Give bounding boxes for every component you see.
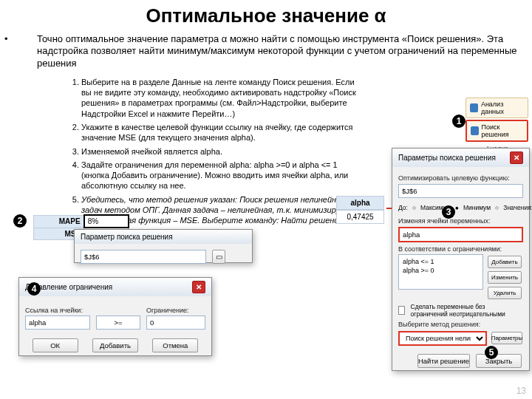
solver-dialog: Параметры поиска решения✕ Оптимизировать… — [392, 148, 530, 371]
step-2: Укажите в качестве целевой функции ссылк… — [81, 122, 362, 143]
solver-params-button[interactable]: Параметры — [491, 332, 522, 344]
solver-objective-label: Оптимизировать целевую функцию: — [398, 174, 523, 182]
opt-max-radio[interactable]: ○ — [412, 204, 416, 211]
ribbon-solver-button[interactable]: Поиск решения — [466, 120, 528, 142]
add-button[interactable]: Добавить — [92, 338, 138, 352]
solver-method-label: Выберите метод решения: — [398, 321, 523, 328]
solver-vars-label: Изменяя ячейки переменных: — [398, 217, 523, 225]
callout-marker-5: 5 — [485, 346, 498, 359]
ok-button[interactable]: ОК — [33, 338, 78, 352]
collapse-icon[interactable]: ▭ — [212, 250, 225, 264]
callout-marker-4: 4 — [27, 282, 41, 296]
step-4: Задайте ограничения для переменной alpha… — [81, 160, 362, 191]
cancel-button[interactable]: Отмена — [152, 338, 198, 352]
constraint-ref-label: Ссылка на ячейки: — [25, 307, 90, 314]
constraint-comparator-select[interactable]: >= — [96, 316, 140, 330]
solver-add-button[interactable]: Добавить — [488, 256, 522, 268]
param-search-field[interactable]: $J$6 — [81, 250, 206, 264]
step-1: Выберите на в разделе Данные на ленте ко… — [81, 77, 362, 119]
callout-marker-1: 1 — [452, 115, 466, 128]
nonneg-checkbox[interactable] — [398, 306, 405, 315]
analysis-icon — [470, 103, 478, 112]
add-constraint-dialog: Добавление ограничения✕ Ссылка на ячейки… — [18, 277, 212, 356]
excel-snippet-alpha: alpha 0,47425 — [336, 196, 384, 224]
solver-vars-input[interactable]: alpha — [398, 227, 523, 242]
close-icon[interactable]: ✕ — [192, 281, 205, 293]
slide-number: 13 — [516, 386, 526, 396]
solver-objective-input[interactable]: $J$6 — [398, 184, 523, 198]
constraint-limit-input[interactable]: 0 — [146, 316, 205, 330]
solver-title: Параметры поиска решения — [398, 154, 496, 162]
constraints-listbox[interactable]: alpha <= 1alpha >= 0 — [398, 254, 483, 290]
solver-close-button[interactable]: Закрыть — [476, 354, 522, 368]
solver-constraints-label: В соответствии с ограничениями: — [398, 245, 523, 253]
steps-list: Выберите на в разделе Данные на ленте ко… — [52, 77, 362, 236]
callout-marker-3: 3 — [442, 205, 455, 219]
solver-find-button[interactable]: Найти решение — [417, 354, 470, 368]
solver-edit-button[interactable]: Изменить — [488, 271, 522, 284]
page-title: Оптимальное значение α — [0, 4, 532, 27]
constraint-ref-input[interactable]: alpha — [25, 316, 90, 330]
opt-value-radio[interactable]: ○ — [495, 204, 499, 211]
solver-icon — [471, 126, 479, 135]
param-search-dialog: Параметр поиска решения $J$6▭ — [74, 229, 253, 263]
solver-delete-button[interactable]: Удалить — [488, 287, 522, 299]
ribbon-analysis-group: Анализ данных Поиск решения Анализ — [466, 96, 528, 154]
step-3: Изменяемой ячейкой является alpha. — [81, 146, 362, 157]
constraint-limit-label: Ограничение: — [146, 307, 205, 314]
solver-method-select[interactable]: Поиск решения нелинейных задач методом О… — [398, 331, 487, 346]
close-icon[interactable]: ✕ — [510, 151, 523, 164]
callout-marker-2: 2 — [13, 214, 27, 228]
param-search-title: Параметр поиска решения — [81, 233, 173, 241]
ribbon-data-analysis-button[interactable]: Анализ данных — [466, 98, 528, 118]
opt-min-radio[interactable]: ● — [455, 204, 459, 211]
intro-paragraph: •Точно оптимальное значение параметра α … — [37, 33, 517, 69]
